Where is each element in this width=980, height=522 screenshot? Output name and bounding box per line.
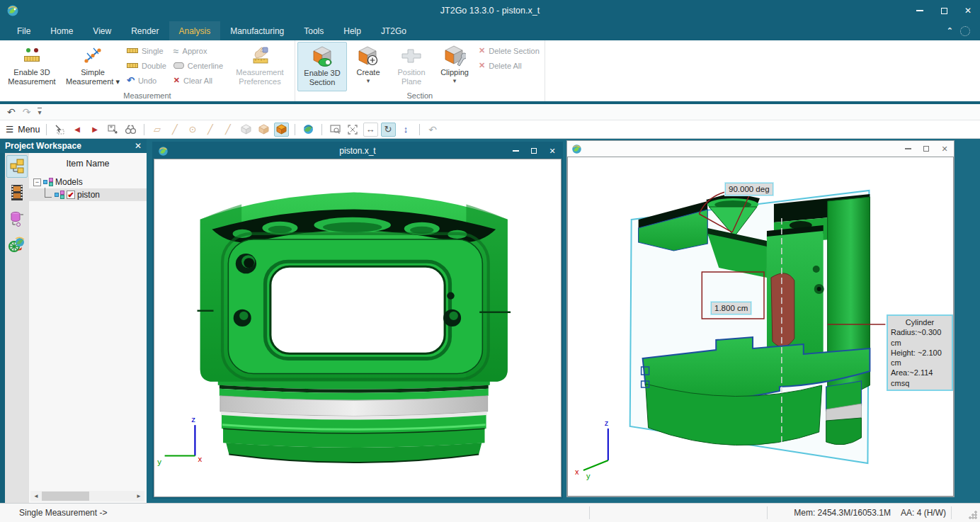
rotate-view-icon[interactable]: ↻ bbox=[381, 123, 396, 137]
piston-section-view-window[interactable]: ✕ bbox=[566, 140, 955, 497]
delete-all-button[interactable]: ✕ Delete All bbox=[476, 59, 542, 72]
viewport-front[interactable]: z y x bbox=[154, 159, 562, 497]
measure-single-button[interactable]: Single bbox=[124, 45, 169, 57]
scroll-left-icon[interactable]: ◄ bbox=[30, 491, 42, 501]
tab-file[interactable]: File bbox=[7, 21, 40, 40]
viewport-section[interactable]: z x y 90.000 deg 1.800 cm Cylinder Radiu… bbox=[567, 157, 954, 497]
minimize-icon[interactable] bbox=[511, 146, 520, 156]
tab-tools[interactable]: Tools bbox=[294, 21, 334, 40]
enable-3d-measurement-icon bbox=[24, 44, 40, 68]
minimize-icon[interactable] bbox=[903, 144, 913, 154]
select-tool-icon[interactable] bbox=[52, 123, 67, 137]
close-icon[interactable]: ✕ bbox=[956, 0, 980, 21]
close-icon[interactable]: ✕ bbox=[940, 144, 950, 154]
child-window-titlebar[interactable]: piston.x_t ✕ bbox=[154, 143, 562, 159]
tree-row-piston[interactable]: ✔ piston bbox=[29, 188, 147, 201]
measure-edge-icon[interactable]: ╱ bbox=[203, 123, 218, 137]
measure-approx-button[interactable]: ≈ Approx bbox=[171, 45, 226, 57]
view-undo-icon[interactable]: ↶ bbox=[426, 123, 440, 137]
clipping-button[interactable]: Clipping ▾ bbox=[435, 42, 474, 91]
tree-horizontal-scrollbar[interactable]: ◄ ► bbox=[30, 491, 144, 501]
cylinder-measurement-box[interactable]: Cylinder Radius:~0.300 cm Height: ~2.100… bbox=[887, 314, 953, 391]
jt2go-icon bbox=[158, 146, 169, 157]
scroll-right-icon[interactable]: ► bbox=[133, 491, 144, 501]
child-window-titlebar[interactable]: ✕ bbox=[567, 141, 954, 157]
angle-measurement-label[interactable]: 90.000 deg bbox=[725, 183, 773, 195]
pmi-tab-icon[interactable] bbox=[6, 208, 28, 230]
sync-help-icon[interactable] bbox=[960, 26, 970, 36]
model-tree: Item Name − Models ✔ piston ◄ bbox=[29, 153, 147, 503]
measure-centerline-button[interactable]: Centerline bbox=[171, 59, 226, 72]
panel-close-icon[interactable]: ✕ bbox=[135, 141, 142, 151]
measure-circle-icon[interactable]: ⊙ bbox=[186, 123, 200, 137]
status-message: Single Measurement -> bbox=[0, 508, 107, 518]
distance-measurement-label[interactable]: 1.800 cm bbox=[711, 302, 751, 314]
pan-vertical-icon[interactable]: ↕ bbox=[399, 123, 414, 137]
axis-z-label: z bbox=[191, 415, 195, 424]
previous-view-icon[interactable]: ◀ bbox=[70, 123, 85, 137]
toolbar-options-icon[interactable]: ▾ bbox=[38, 108, 41, 116]
next-view-icon[interactable]: ▶ bbox=[88, 123, 103, 137]
position-plane-button[interactable]: Position Plane bbox=[389, 42, 433, 91]
redo-icon[interactable]: ↷ bbox=[23, 106, 31, 118]
delete-section-button[interactable]: ✕ Delete Section bbox=[476, 45, 542, 57]
assembly-icon bbox=[43, 178, 53, 186]
animation-tab-icon[interactable] bbox=[6, 181, 28, 204]
title-bar: JT2Go 13.3.0 - piston.x_t ✕ bbox=[0, 0, 980, 21]
render-shaded-cube-icon[interactable] bbox=[256, 123, 271, 137]
tree-expander-icon[interactable]: − bbox=[33, 178, 41, 186]
measurement-preferences-icon bbox=[249, 44, 270, 68]
render-wireframe-cube-icon[interactable] bbox=[239, 123, 253, 137]
close-icon[interactable]: ✕ bbox=[547, 146, 557, 156]
antialiasing-indicator: AA: 4 (H/W) bbox=[901, 508, 946, 518]
tab-manufacturing[interactable]: Manufacturing bbox=[220, 21, 294, 40]
search-binoculars-icon[interactable] bbox=[123, 123, 138, 137]
ribbon-group-section: Enable 3D Section Create ▾ bbox=[295, 40, 545, 101]
tree-row-models[interactable]: − Models bbox=[29, 176, 147, 188]
minimize-icon[interactable] bbox=[908, 0, 932, 21]
piston-front-render: z y x bbox=[154, 159, 561, 497]
fit-view-icon[interactable] bbox=[328, 123, 343, 137]
tab-jt2go[interactable]: JT2Go bbox=[371, 21, 416, 40]
create-section-button[interactable]: Create ▾ bbox=[348, 42, 388, 91]
measure-undo-button[interactable]: ↶ Undo bbox=[124, 74, 169, 86]
menu-button[interactable]: ☰ Menu bbox=[6, 124, 40, 135]
render-solid-cube-icon[interactable] bbox=[274, 123, 289, 137]
enable-3d-measurement-button[interactable]: Enable 3D Measurement bbox=[2, 42, 62, 91]
piston-front-view-window[interactable]: piston.x_t ✕ bbox=[152, 142, 563, 499]
restore-icon[interactable] bbox=[921, 144, 931, 154]
mdi-workspace: piston.x_t ✕ bbox=[147, 139, 980, 503]
measure-line-icon[interactable]: ╱ bbox=[168, 123, 183, 137]
collapse-ribbon-icon[interactable]: ⌃ bbox=[947, 26, 953, 35]
tab-analysis[interactable]: Analysis bbox=[169, 21, 221, 40]
simple-measurement-icon bbox=[83, 44, 103, 68]
tab-render[interactable]: Render bbox=[121, 21, 169, 40]
jt2go-app-icon bbox=[6, 4, 19, 17]
expand-view-icon[interactable] bbox=[346, 123, 360, 137]
delete-all-icon: ✕ bbox=[479, 61, 485, 70]
globe-icon[interactable] bbox=[301, 123, 316, 137]
tab-home[interactable]: Home bbox=[40, 21, 83, 40]
resize-grip[interactable] bbox=[969, 511, 977, 519]
enable-3d-section-button[interactable]: Enable 3D Section bbox=[297, 42, 347, 91]
measure-sheet-icon[interactable]: ▱ bbox=[150, 123, 165, 137]
scrollbar-thumb[interactable] bbox=[42, 492, 89, 501]
undo-icon[interactable]: ↶ bbox=[7, 106, 16, 118]
ribbon: Enable 3D Measurement Simple Measurement… bbox=[0, 40, 980, 101]
transform-tab-icon[interactable] bbox=[6, 234, 28, 256]
simple-measurement-button[interactable]: Simple Measurement ▾ bbox=[63, 42, 122, 91]
section-group-label: Section bbox=[297, 91, 542, 101]
measure-clear-all-button[interactable]: ✕ Clear All bbox=[171, 74, 226, 86]
pan-horizontal-icon[interactable]: ↔ bbox=[363, 123, 378, 137]
measure-double-button[interactable]: Double bbox=[124, 59, 169, 72]
model-tree-tab-icon[interactable] bbox=[6, 155, 28, 178]
maximize-icon[interactable] bbox=[529, 146, 539, 156]
visibility-checkbox[interactable]: ✔ bbox=[67, 191, 75, 199]
tab-help[interactable]: Help bbox=[334, 21, 371, 40]
measure-arc-icon[interactable]: ╱ bbox=[221, 123, 236, 137]
measurement-preferences-button[interactable]: Measurement Preferences bbox=[227, 42, 292, 91]
zoom-area-icon[interactable] bbox=[106, 123, 120, 137]
tab-view[interactable]: View bbox=[83, 21, 121, 40]
maximize-icon[interactable] bbox=[932, 0, 956, 21]
status-bar: Single Measurement -> Mem: 2454.3M/16053… bbox=[0, 503, 980, 522]
